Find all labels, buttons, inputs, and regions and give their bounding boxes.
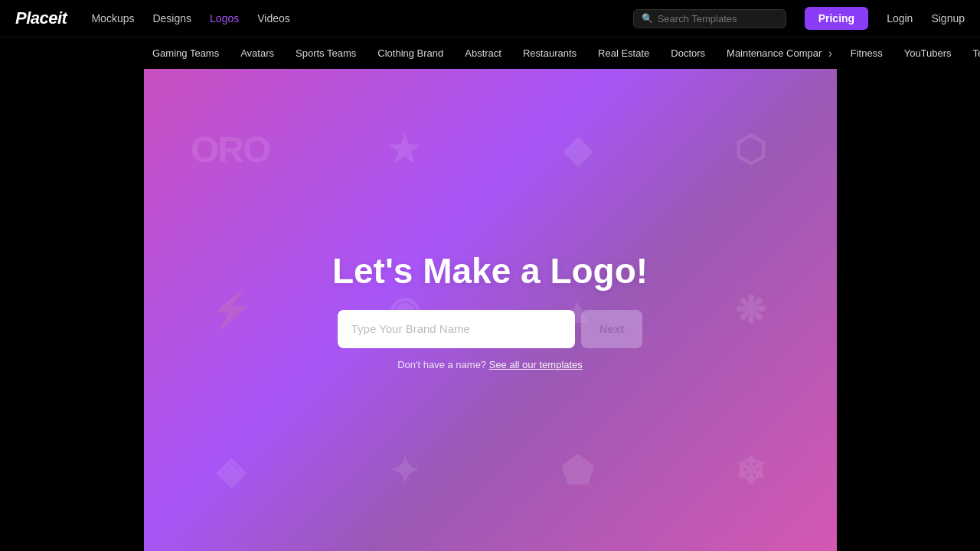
hero-section: ORO ★ ◆ ⬡ ⚡ ◉ ▲ ❋ ◈ ✦ ⬟ ❄ Let's Make a L… [144, 69, 837, 551]
bg-logo-8: ❋ [663, 230, 836, 390]
cat-youtubers[interactable]: YouTubers [893, 37, 962, 69]
bg-logo-11: ⬟ [490, 390, 663, 551]
cat-maintenance-company[interactable]: Maintenance Company [716, 37, 840, 69]
bg-logo-10: ✦ [317, 390, 490, 551]
cat-doctors[interactable]: Doctors [660, 37, 716, 69]
nav-link-videos[interactable]: Videos [257, 12, 290, 24]
bg-logo-4: ⬡ [663, 69, 836, 230]
cat-abstract[interactable]: Abstract [454, 37, 512, 69]
cat-real-estate[interactable]: Real Estate [587, 37, 660, 69]
search-box: 🔍 [633, 9, 786, 28]
search-input[interactable] [658, 13, 778, 24]
category-scroll-right-icon[interactable]: › [822, 37, 838, 69]
left-sidebar-black [0, 69, 144, 551]
brand-name-input[interactable] [338, 310, 575, 348]
cat-gaming-teams[interactable]: Gaming Teams [142, 37, 230, 69]
cat-sports-teams[interactable]: Sports Teams [285, 37, 367, 69]
bg-logo-9: ◈ [144, 390, 317, 551]
see-templates-link[interactable]: See all our templates [489, 359, 583, 370]
search-icon: 🔍 [642, 13, 653, 24]
page-wrapper: ORO ★ ◆ ⬡ ⚡ ◉ ▲ ❋ ◈ ✦ ⬟ ❄ Let's Make a L… [0, 69, 980, 551]
pricing-button[interactable]: Pricing [805, 7, 868, 30]
bg-logo-5: ⚡ [144, 230, 317, 390]
bg-logo-12: ❄ [663, 390, 836, 551]
cat-clothing-brand[interactable]: Clothing Brand [367, 37, 454, 69]
bg-logo-3: ◆ [490, 69, 663, 230]
nav-link-mockups[interactable]: Mockups [91, 12, 134, 24]
cat-avatars[interactable]: Avatars [230, 37, 285, 69]
cat-fitness[interactable]: Fitness [840, 37, 893, 69]
hero-input-row: Next [338, 310, 643, 348]
nav-link-logos[interactable]: Logos [210, 12, 239, 24]
nav-link-designs[interactable]: Designs [152, 12, 191, 24]
login-button[interactable]: Login [887, 12, 913, 24]
cat-tech-companies[interactable]: Tech Companies [962, 37, 980, 69]
bg-logo-1: ORO [144, 69, 317, 230]
next-button[interactable]: Next [581, 310, 643, 348]
cat-restaurants[interactable]: Restaurants [512, 37, 587, 69]
top-navigation: Placeit Mockups Designs Logos Videos 🔍 P… [0, 0, 980, 37]
right-sidebar-black [837, 69, 981, 551]
site-logo[interactable]: Placeit [15, 8, 67, 28]
no-name-text: Don't have a name? See all our templates [397, 359, 583, 370]
category-navigation: Gaming Teams Avatars Sports Teams Clothi… [0, 37, 980, 69]
signup-button[interactable]: Signup [931, 12, 965, 24]
bg-logo-2: ★ [317, 69, 490, 230]
hero-title: Let's Make a Logo! [332, 250, 648, 292]
